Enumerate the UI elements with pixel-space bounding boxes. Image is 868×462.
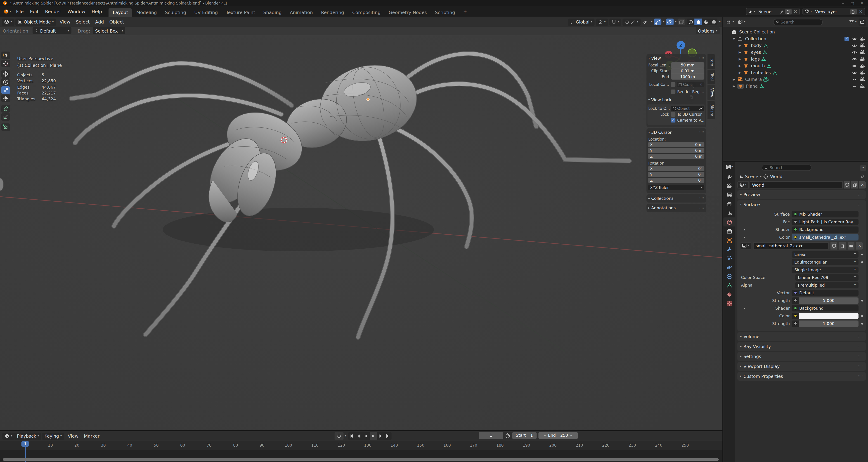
new-scene-button[interactable] (785, 9, 792, 14)
equirectangular-dropdown[interactable]: Equirectangular▾ (792, 259, 859, 265)
orientation-default-dropdown[interactable]: Default▾ (33, 27, 71, 34)
expander-icon[interactable]: ▼ (732, 37, 736, 40)
cursor-rotation-y-field[interactable]: Y0° (648, 172, 704, 177)
viewlayer-selector[interactable]: ▾ ViewLayer ✕ (803, 8, 865, 15)
render-visibility-icon[interactable] (860, 70, 865, 75)
color-field[interactable] (792, 312, 859, 319)
tool-transform[interactable] (1, 95, 10, 102)
workspace-tab-layout[interactable]: Layout (109, 8, 132, 17)
surface-node-field[interactable]: Mix Shader (792, 211, 859, 217)
npanel-tab-view[interactable]: View (708, 85, 715, 100)
timeline-menu-playback[interactable]: Playback▾ (15, 432, 41, 440)
expander-icon[interactable]: ▶ (738, 44, 742, 47)
expand-node-chevron[interactable]: ▾ (744, 235, 745, 239)
timeline-menu-view[interactable]: View (65, 433, 81, 439)
npanel-tab-blosm[interactable]: Blosm (708, 101, 715, 119)
color-space-dropdown[interactable]: Linear Rec.709▾ (795, 274, 859, 280)
shading-material-preview[interactable] (702, 19, 710, 25)
properties-search[interactable] (762, 165, 811, 171)
xray-toggle[interactable] (678, 19, 685, 25)
tool-cursor-3d[interactable] (1, 60, 10, 67)
remove-viewlayer-button[interactable]: ✕ (858, 9, 864, 14)
shading-solid[interactable] (694, 19, 702, 25)
npanel-tab-item[interactable]: Item (708, 54, 715, 69)
expander-icon[interactable]: ▶ (738, 71, 742, 74)
annotations-header[interactable]: ▸Annotations∷∷ (648, 206, 704, 210)
expand-node-chevron[interactable]: ▾ (744, 306, 745, 310)
outliner-search[interactable] (773, 19, 823, 25)
menu-file[interactable]: File (13, 8, 27, 15)
world-type-selector[interactable]: ▾ (737, 181, 748, 188)
camera-to-view-checkbox[interactable]: ✓ (671, 118, 675, 123)
overlays-toggle[interactable] (666, 19, 674, 25)
eye-open-icon[interactable] (852, 43, 857, 48)
prev-keyframe-button[interactable] (355, 432, 363, 440)
tool-rotate[interactable] (1, 78, 10, 86)
properties-tab-texture[interactable] (723, 299, 735, 308)
single-image-dropdown[interactable]: Single Image▾ (792, 266, 859, 273)
fake-user-shield-button[interactable] (844, 181, 850, 188)
eye-open-icon[interactable] (852, 63, 857, 68)
workspace-tab-modeling[interactable]: Modeling (132, 8, 161, 17)
tool-select-box[interactable] (1, 52, 10, 59)
tool-annotate[interactable] (1, 105, 10, 112)
tool-scale[interactable] (1, 86, 10, 94)
viewport-canvas[interactable]: User Perspective (1) Collection | Plane … (0, 35, 722, 430)
outliner-search-input[interactable] (781, 20, 820, 24)
scene-collection-icon[interactable] (732, 29, 737, 35)
rotation-order-dropdown[interactable]: XYZ Euler▾ (648, 185, 704, 190)
outliner-item-label[interactable]: Camera (745, 77, 762, 82)
properties-tab-tool[interactable] (723, 172, 735, 181)
cursor-3d-header[interactable]: ▾3D Cursor∷∷ (648, 130, 704, 136)
camera-object-icon[interactable] (737, 77, 743, 82)
mesh-icon[interactable] (743, 70, 749, 75)
outliner-row-eyes[interactable]: ▶eyes (724, 49, 867, 56)
transform-orientation-dropdown[interactable]: Global▾ (567, 18, 595, 26)
panel-header-volume[interactable]: ▸Volume∷∷ (737, 332, 866, 341)
properties-tab-modifiers[interactable] (723, 244, 735, 254)
add-workspace-tab[interactable]: + (459, 7, 471, 16)
linear-dropdown[interactable]: Linear▾ (792, 251, 859, 258)
workspace-tab-shading[interactable]: Shading (259, 8, 285, 17)
shader-node-field[interactable]: Background (792, 305, 859, 311)
render-visibility-icon[interactable] (860, 56, 865, 62)
mesh-icon[interactable] (743, 43, 749, 48)
pin-icon[interactable] (779, 9, 784, 14)
npanel-tab-tool[interactable]: Tool (708, 70, 715, 84)
vector-node-field[interactable]: Default (792, 290, 859, 296)
expander-icon[interactable]: ▶ (738, 51, 742, 54)
eye-open-icon[interactable] (852, 50, 857, 55)
outliner-row-body[interactable]: ▶body (724, 42, 867, 49)
workspace-tab-geometry-nodes[interactable]: Geometry Nodes (384, 8, 431, 17)
scene-name[interactable]: Scene (756, 9, 778, 14)
frame-start-field[interactable]: Start1 (512, 432, 536, 439)
outliner-display-mode[interactable]: ▾ (737, 18, 746, 26)
panel-header-viewport-display[interactable]: ▸Viewport Display∷∷ (737, 362, 866, 371)
outliner-editor-type[interactable]: ▾ (725, 18, 735, 26)
expander-icon[interactable]: ▶ (738, 64, 742, 68)
world-name-field[interactable]: World (749, 181, 843, 188)
properties-tab-world[interactable] (723, 218, 735, 227)
timeline-editor-type[interactable]: ▾ (2, 432, 15, 440)
workspace-tab-sculpting[interactable]: Sculpting (161, 8, 190, 17)
strength-slider-field[interactable]: 1.000 (792, 320, 859, 327)
tool-measure[interactable] (1, 113, 10, 121)
eye-closed-icon[interactable] (852, 84, 857, 89)
properties-search-input[interactable] (769, 165, 809, 170)
outliner-row-legs[interactable]: ▶legs (724, 56, 867, 62)
animate-dot[interactable] (861, 323, 863, 324)
expand-node-chevron[interactable]: ▾ (744, 228, 745, 231)
expander-icon[interactable]: ▶ (732, 84, 736, 88)
viewport-menu-object[interactable]: Object (107, 19, 127, 25)
options-dropdown[interactable]: Options▾ (696, 27, 720, 34)
timeline-menu-marker[interactable]: Marker (81, 433, 102, 439)
outliner-item-label[interactable]: body (751, 43, 762, 48)
alpha-dropdown[interactable]: Premultiplied▾ (795, 282, 859, 288)
animate-dot[interactable] (861, 299, 863, 301)
viewlayer-name[interactable]: ViewLayer (813, 9, 849, 14)
render-visibility-icon[interactable] (860, 84, 865, 89)
properties-tab-scene[interactable] (723, 208, 735, 218)
maximize-button[interactable]: □ (851, 1, 854, 5)
properties-tab-collection[interactable] (723, 227, 735, 235)
eye-open-icon[interactable] (852, 36, 857, 41)
